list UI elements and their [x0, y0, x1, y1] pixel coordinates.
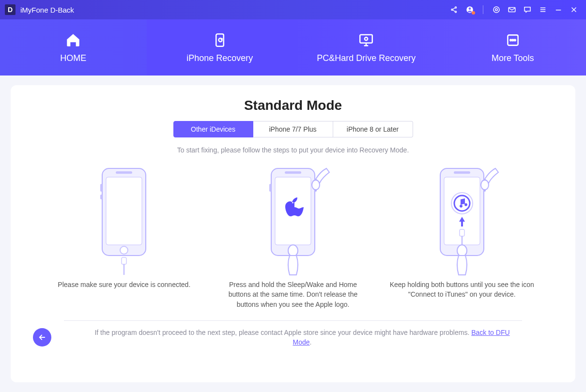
app-logo: D: [5, 4, 15, 15]
titlebar-divider: [483, 5, 483, 14]
window-titlebar: D iMyFone D-Back: [0, 0, 586, 19]
svg-line-4: [453, 10, 455, 12]
svg-point-28: [120, 246, 128, 254]
page-heading: Standard Mode: [20, 98, 566, 113]
svg-rect-27: [116, 171, 132, 174]
user-icon[interactable]: [465, 5, 474, 14]
svg-rect-26: [106, 177, 142, 245]
svg-point-7: [493, 7, 499, 13]
home-icon: [65, 32, 81, 48]
svg-line-3: [453, 8, 455, 9]
titlebar-icons: [450, 5, 583, 14]
svg-rect-43: [454, 171, 470, 174]
mail-icon[interactable]: [508, 5, 516, 14]
step-3: Keep holding both buttons until you see …: [387, 165, 537, 318]
instruction-text: To start fixing, please follow the steps…: [20, 146, 566, 154]
main-card: Standard Mode Other iDevices iPhone 7/7 …: [11, 85, 575, 382]
svg-point-24: [514, 39, 516, 41]
nav-iphone-recovery-label: iPhone Recovery: [186, 53, 253, 63]
svg-rect-37: [269, 184, 271, 192]
svg-point-52: [457, 245, 467, 256]
svg-rect-29: [100, 184, 102, 192]
svg-rect-49: [460, 229, 464, 236]
footer-suffix: .: [310, 338, 312, 346]
nav-pc-recovery[interactable]: PC&Hard Drive Recovery: [293, 19, 440, 75]
steps-row: Please make sure your device is connecte…: [49, 165, 537, 318]
card-footer: If the program doesn't proceed to the ne…: [20, 321, 566, 347]
footer-note: If the program doesn't proceed to the ne…: [51, 328, 553, 347]
svg-point-20: [365, 37, 368, 40]
nav-home-label: HOME: [60, 53, 86, 63]
svg-point-6: [469, 7, 471, 10]
feedback-icon[interactable]: [523, 5, 532, 14]
nav-more-tools-label: More Tools: [492, 53, 534, 63]
tab-other-idevices[interactable]: Other iDevices: [173, 121, 253, 137]
content-area: Standard Mode Other iDevices iPhone 7/7 …: [0, 75, 586, 392]
main-nav: HOME iPhone Recovery PC&Hard Drive Recov…: [0, 19, 586, 75]
svg-rect-31: [122, 257, 126, 264]
nav-home[interactable]: HOME: [0, 19, 147, 75]
svg-point-39: [312, 180, 320, 190]
tab-iphone-7[interactable]: iPhone 7/7 Plus: [253, 121, 333, 137]
footer-prefix: If the program doesn't proceed to the ne…: [94, 329, 471, 336]
svg-rect-17: [360, 34, 373, 43]
svg-point-22: [510, 39, 511, 41]
svg-point-0: [451, 9, 453, 11]
svg-point-8: [495, 9, 498, 11]
nav-iphone-recovery[interactable]: iPhone Recovery: [147, 19, 293, 75]
nav-more-tools[interactable]: More Tools: [440, 19, 586, 75]
back-button[interactable]: [33, 328, 51, 347]
step-1-caption: Please make sure your device is connecte…: [58, 280, 190, 318]
svg-point-1: [455, 7, 457, 8]
svg-point-51: [481, 180, 489, 190]
nav-pc-recovery-label: PC&Hard Drive Recovery: [317, 53, 416, 63]
svg-point-23: [512, 39, 513, 41]
phone-refresh-icon: [212, 32, 228, 48]
phone-hold-buttons-illustration: [242, 165, 344, 276]
step-3-caption: Keep holding both buttons until you see …: [387, 280, 537, 318]
svg-point-40: [288, 245, 298, 256]
settings-icon[interactable]: [492, 5, 501, 14]
step-2: Press and hold the Sleep/Wake and Home b…: [218, 165, 368, 318]
svg-rect-30: [100, 195, 102, 199]
svg-rect-35: [285, 171, 301, 174]
step-1: Please make sure your device is connecte…: [49, 165, 199, 318]
minimize-icon[interactable]: [554, 5, 563, 14]
tab-iphone-8-plus[interactable]: iPhone 8 or Later: [333, 121, 413, 137]
step-2-caption: Press and hold the Sleep/Wake and Home b…: [218, 280, 368, 318]
app-title: iMyFone D-Back: [20, 6, 74, 14]
more-icon: [505, 32, 521, 48]
phone-itunes-illustration: [411, 165, 513, 276]
monitor-icon: [358, 32, 374, 48]
menu-icon[interactable]: [539, 5, 547, 14]
svg-point-2: [455, 11, 457, 13]
share-icon[interactable]: [450, 5, 459, 14]
close-icon[interactable]: [570, 5, 578, 14]
phone-connected-illustration: [73, 165, 175, 276]
device-tabs: Other iDevices iPhone 7/7 Plus iPhone 8 …: [20, 121, 566, 137]
